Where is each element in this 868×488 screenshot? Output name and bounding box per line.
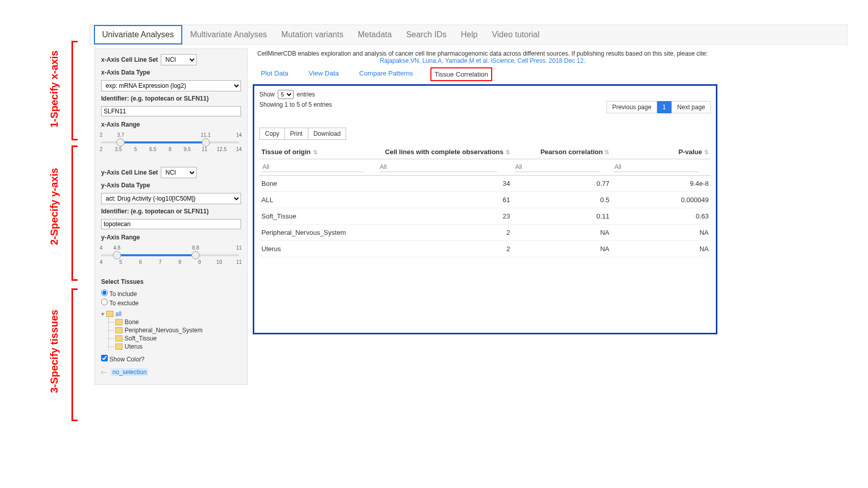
- sort-icon: ⇅: [505, 149, 510, 155]
- x-datatype-label: x-Axis Data Type: [101, 69, 150, 76]
- filter-tissue[interactable]: [261, 162, 364, 172]
- slider-tick: 11: [236, 259, 242, 265]
- filter-pearson[interactable]: [514, 162, 600, 172]
- table-row: Bone340.779.4e-8: [259, 176, 711, 192]
- cell-n: 23: [377, 208, 512, 225]
- slider-tick: 4.8: [113, 245, 120, 251]
- tree-node[interactable]: Peripheral_Nervous_System: [115, 326, 241, 334]
- cell-p: NA: [611, 241, 711, 257]
- annotation-x-axis: 1-Specify x-axis: [49, 51, 60, 128]
- table-row: ALL610.50.000049: [259, 192, 711, 208]
- filter-celllines[interactable]: [379, 162, 497, 172]
- x-datatype-select[interactable]: exp: mRNA Expression (log2): [101, 80, 241, 91]
- folder-icon: [115, 327, 123, 333]
- cell-p: NA: [611, 225, 711, 241]
- y-identifier-label: Identifier: (e.g. topotecan or SLFN11): [101, 208, 209, 215]
- y-celllineset-select[interactable]: NCI: [161, 167, 197, 178]
- tab-multivariate[interactable]: Multivariate Analyses: [183, 26, 274, 43]
- y-datatype-select[interactable]: act: Drug Activity (-log10[IC50M]): [101, 193, 241, 204]
- cell-tissue: Soft_Tissue: [259, 208, 377, 225]
- prev-page-button[interactable]: Previous page: [607, 101, 657, 113]
- subtab-tissue-correlation[interactable]: Tissue Correlation: [430, 67, 492, 81]
- sort-icon: ⇅: [313, 149, 318, 155]
- slider-tick: 9.5: [184, 147, 191, 152]
- x-celllineset-label: x-Axis Cell Line Set: [101, 56, 158, 63]
- tab-metadata[interactable]: Metadata: [351, 26, 399, 43]
- tree-node[interactable]: Bone: [115, 318, 241, 326]
- tab-search-ids[interactable]: Search IDs: [399, 26, 453, 43]
- slider-tick: 14: [236, 132, 242, 138]
- cell-tissue: ALL: [259, 192, 377, 208]
- tissue-exclude-radio[interactable]: [101, 299, 108, 305]
- tissue-include-radio[interactable]: [101, 289, 108, 296]
- y-range-slider[interactable]: 44.88.8114567891011: [101, 245, 241, 265]
- export-buttons: Copy Print Download: [259, 128, 711, 140]
- folder-icon: [115, 335, 123, 341]
- tree-node[interactable]: Soft_Tissue: [115, 334, 241, 343]
- cell-tissue: Bone: [259, 176, 377, 192]
- download-button[interactable]: Download: [308, 128, 346, 140]
- citation-link[interactable]: Rajapakse.VN, Luna.A, Yamade.M et al. iS…: [253, 57, 712, 64]
- slider-tick: 14: [236, 147, 242, 152]
- show-label-pre: Show: [259, 91, 275, 98]
- tissue-exclude-label: To exclude: [109, 300, 138, 307]
- tree-root[interactable]: ▾all: [101, 310, 241, 318]
- slider-tick: 11.1: [201, 132, 210, 138]
- tab-help[interactable]: Help: [454, 26, 485, 43]
- tab-mutation-variants[interactable]: Mutation variants: [274, 26, 351, 43]
- subtab-view-data[interactable]: View Data: [305, 67, 342, 79]
- subtab-compare-patterns[interactable]: Compare Patterns: [356, 67, 417, 79]
- slider-tick: 3.5: [115, 147, 122, 152]
- print-button[interactable]: Print: [285, 128, 308, 140]
- slider-handle-hi[interactable]: [191, 251, 200, 259]
- x-identifier-label: Identifier: (e.g. topotecan or SLFN11): [101, 95, 209, 102]
- col-celllines[interactable]: Cell lines with complete observations⇅: [377, 145, 512, 159]
- tab-univariate[interactable]: Univariate Analyses: [94, 25, 182, 44]
- no-selection-node[interactable]: no_selection: [111, 368, 148, 376]
- x-celllineset-select[interactable]: NCI: [161, 54, 197, 65]
- tree-node-label: Peripheral_Nervous_System: [125, 327, 203, 334]
- slider-tick: 11: [202, 147, 207, 152]
- slider-tick: 8.8: [192, 245, 199, 251]
- sort-icon: ⇅: [605, 149, 609, 155]
- results-table: Tissue of origin⇅ Cell lines with comple…: [259, 145, 711, 257]
- show-color-checkbox[interactable]: [101, 355, 108, 361]
- slider-handle-hi[interactable]: [202, 138, 210, 147]
- col-tissue[interactable]: Tissue of origin⇅: [259, 145, 377, 159]
- tree-collapse-icon[interactable]: ▾: [101, 310, 104, 318]
- slider-handle-lo[interactable]: [113, 251, 121, 259]
- y-celllineset-label: y-Axis Cell Line Set: [101, 169, 158, 176]
- slider-tick: 8: [179, 259, 182, 265]
- tree-node[interactable]: Uterus: [115, 343, 241, 351]
- cell-tissue: Peripheral_Nervous_System: [259, 225, 377, 241]
- copy-button[interactable]: Copy: [259, 128, 285, 140]
- subtab-plot-data[interactable]: Plot Data: [258, 67, 291, 79]
- cell-r: 0.11: [512, 208, 611, 225]
- y-identifier-input[interactable]: [101, 219, 241, 229]
- slider-tick: 9: [198, 259, 201, 265]
- x-range-slider[interactable]: 23.711.11423.556.589.51112.514: [101, 132, 241, 153]
- table-row: Soft_Tissue230.110.63: [259, 208, 711, 225]
- cell-r: 0.77: [512, 176, 611, 192]
- page-1-button[interactable]: 1: [657, 101, 672, 113]
- main-nav: Univariate Analyses Multivariate Analyse…: [89, 25, 848, 45]
- filter-pvalue[interactable]: [613, 162, 699, 172]
- next-page-button[interactable]: Next page: [671, 101, 711, 113]
- cell-r: NA: [512, 241, 611, 257]
- slider-tick: 6.5: [149, 147, 156, 152]
- slider-tick: 2: [100, 132, 103, 138]
- tissue-tree: ▾all BonePeripheral_Nervous_SystemSoft_T…: [101, 310, 241, 351]
- slider-tick: 4: [100, 259, 103, 265]
- folder-icon: [106, 311, 113, 317]
- bracket-tissues: [71, 288, 78, 421]
- cell-n: 2: [377, 241, 512, 257]
- col-pvalue[interactable]: P-value⇅: [611, 145, 711, 159]
- col-pearson[interactable]: Pearson correlation⇅: [512, 145, 611, 159]
- entries-select[interactable]: 5: [278, 90, 294, 99]
- cell-n: 61: [377, 192, 512, 208]
- tab-video-tutorial[interactable]: Video tutorial: [485, 26, 546, 43]
- slider-handle-lo[interactable]: [116, 138, 125, 147]
- tissue-include-label: To include: [109, 290, 137, 298]
- x-identifier-input[interactable]: [101, 106, 241, 116]
- description-text: CellMinerCDB enables exploration and ana…: [253, 50, 712, 57]
